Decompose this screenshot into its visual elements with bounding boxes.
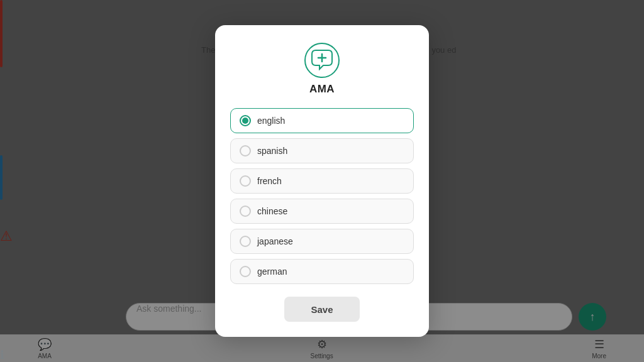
language-list: englishspanishfrenchchinesejapanesegerma… — [230, 108, 414, 284]
save-button[interactable]: Save — [284, 297, 360, 322]
language-item-german[interactable]: german — [230, 259, 414, 284]
language-modal: AMA englishspanishfrenchchinesejapaneseg… — [215, 25, 429, 337]
language-label-french: french — [257, 176, 282, 186]
radio-icon-chinese — [240, 206, 251, 217]
modal-overlay: AMA englishspanishfrenchchinesejapaneseg… — [0, 0, 644, 362]
radio-icon-spanish — [240, 145, 251, 156]
language-item-french[interactable]: french — [230, 168, 414, 194]
radio-icon-french — [240, 175, 251, 187]
language-label-spanish: spanish — [257, 146, 287, 156]
modal-app-name: AMA — [309, 83, 335, 96]
language-item-english[interactable]: english — [230, 108, 414, 133]
language-label-chinese: chinese — [257, 206, 287, 216]
language-item-chinese[interactable]: chinese — [230, 199, 414, 224]
radio-icon-english — [240, 115, 251, 126]
language-label-japanese: japanese — [257, 236, 293, 246]
language-item-japanese[interactable]: japanese — [230, 229, 414, 254]
app-icon — [304, 43, 340, 78]
radio-icon-german — [240, 266, 251, 277]
language-label-english: english — [257, 116, 285, 126]
radio-icon-japanese — [240, 236, 251, 247]
language-label-german: german — [257, 266, 287, 277]
language-item-spanish[interactable]: spanish — [230, 138, 414, 163]
